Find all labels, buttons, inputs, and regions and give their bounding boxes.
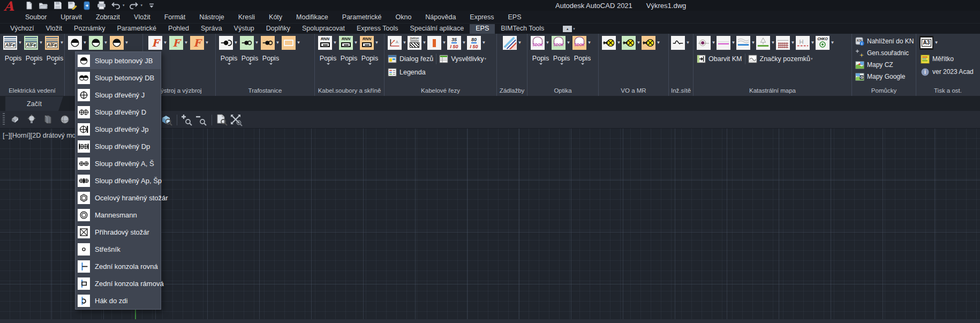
rez-bar-button[interactable]: ▼ <box>427 36 447 50</box>
dropdown-arrow-icon[interactable]: ▼ <box>545 36 551 50</box>
trafo-button-white[interactable]: ▼ <box>219 36 239 50</box>
dropdown-arrow-icon[interactable]: ▼ <box>296 36 301 50</box>
rnn-button-green[interactable]: RNN▼ <box>339 36 359 50</box>
mapy-google-button[interactable]: GMapy Google <box>854 71 915 82</box>
toolbar-drag-handle[interactable] <box>3 113 5 126</box>
tab-vystup[interactable]: Výstup <box>228 24 260 34</box>
menu-item-sloup-dreveny-ap-sp[interactable]: Sloup dřevěný Ap, Šp <box>76 172 161 189</box>
dropdown-arrow-icon[interactable]: ▼ <box>441 36 447 50</box>
menu-item-sloup-betonovy-jb[interactable]: Sloup betonový JB <box>76 52 161 69</box>
dropdown-arrow-icon[interactable]: ▼ <box>183 36 189 50</box>
dropdown-arrow-icon[interactable]: ▼ <box>685 36 691 50</box>
dropdown-arrow-icon[interactable]: ▼ <box>353 36 359 50</box>
alfe-line-button-orange[interactable]: AlFe▼ <box>45 36 65 50</box>
menu-eps[interactable]: EPS <box>501 13 529 21</box>
zoom-out-icon[interactable] <box>194 113 208 126</box>
mobile-app-icon[interactable] <box>81 1 92 10</box>
popis-button[interactable]: Popis <box>320 55 336 66</box>
obarvit-km-button[interactable]: Obarvit KM <box>697 53 742 65</box>
save-as-icon[interactable] <box>67 1 78 10</box>
zoom-previous-icon[interactable] <box>215 113 228 126</box>
tab-zacit[interactable]: Začít <box>5 96 63 111</box>
sdok-button-orange[interactable]: SDOK▼ <box>572 36 592 50</box>
tab-specialni-aplikace[interactable]: Speciální aplikace <box>404 24 470 34</box>
popis-button[interactable]: Popis <box>26 55 42 66</box>
popis-button[interactable]: Popis <box>221 55 237 66</box>
nahlizeni-kn-button[interactable]: KNiNahlížení do KN <box>854 35 915 47</box>
pole-button-orange[interactable]: ▼ <box>110 36 130 50</box>
menu-item-zedni-konzola-rovna[interactable]: Zední konzola rovná <box>76 258 161 275</box>
menu-vlozit[interactable]: Vložit <box>127 13 157 21</box>
legenda-button[interactable]: Legenda <box>388 66 426 78</box>
dialog-rezu-button[interactable]: Dialog řezů <box>388 53 433 65</box>
popis-button[interactable]: Popis <box>47 55 63 66</box>
menu-kresli[interactable]: Kresli <box>231 13 262 21</box>
km-vodstvo-button[interactable]: ▼ <box>736 36 756 50</box>
lamp-light-icon[interactable] <box>25 113 38 126</box>
zoom-extents-icon[interactable] <box>229 113 243 126</box>
dropdown-arrow-icon[interactable]: ▼ <box>730 36 736 50</box>
trafo-button-green[interactable]: ▼ <box>240 36 260 50</box>
dropdown-arrow-icon[interactable]: ▼ <box>204 36 210 50</box>
rnn-button-white[interactable]: RNN▼ <box>318 36 338 50</box>
popis-button[interactable]: Popis <box>242 55 258 66</box>
dropdown-arrow-icon[interactable]: ▼ <box>770 36 776 50</box>
dropdown-arrow-icon[interactable]: ▼ <box>517 36 523 50</box>
km-hranice-button[interactable]: ▼ <box>717 36 736 50</box>
menu-item-hak-do-zdi[interactable]: Hák do zdi <box>76 292 161 309</box>
zoom-object-icon[interactable] <box>160 113 173 126</box>
redo-dropdown-arrow[interactable]: ▾ <box>141 3 143 7</box>
dropdown-arrow-icon[interactable]: ▼ <box>254 36 260 50</box>
viewport-controls[interactable]: [−][Horní][2D drátový mo <box>3 132 76 139</box>
rnn-button-orange[interactable]: RNN▼ <box>360 36 380 50</box>
dropdown-arrow-icon[interactable]: ▼ <box>636 36 642 50</box>
zoom-in-icon[interactable] <box>180 113 193 126</box>
meritko-button[interactable]: Měřítko <box>919 53 978 65</box>
trafo-button-orange[interactable]: ▼ <box>261 36 281 50</box>
tab-bimtech-tools[interactable]: BIMTech Tools <box>495 24 550 34</box>
km-zelen-button[interactable]: ▼ <box>756 36 776 50</box>
menu-upravit[interactable]: Upravit <box>54 13 89 21</box>
dropdown-arrow-icon[interactable]: ▼ <box>275 36 281 50</box>
lamp-button-green[interactable]: ▼ <box>622 36 642 50</box>
dropdown-arrow-icon[interactable]: ▼ <box>124 36 130 50</box>
dropdown-arrow-icon[interactable]: ▼ <box>461 36 467 50</box>
trafo-area-button[interactable]: ▼ <box>282 36 301 50</box>
open-file-icon[interactable] <box>38 1 49 10</box>
dropdown-arrow-icon[interactable]: ▼ <box>481 36 487 50</box>
format-a3-button[interactable]: A3▼ <box>919 36 978 50</box>
ribbon-options-arrow[interactable]: ▾ <box>573 27 575 31</box>
dropdown-arrow-icon[interactable]: ▼ <box>402 36 408 50</box>
tab-parametricke[interactable]: Parametrické <box>111 24 162 34</box>
tab-poznamky[interactable]: Poznámky <box>68 24 111 34</box>
menu-item-sloup-dreveny-a-s[interactable]: Sloup dřevěný A, Š <box>76 155 161 172</box>
sdok-button-green[interactable]: SDOK▼ <box>552 36 571 50</box>
menu-item-sloup-dreveny-dp[interactable]: Sloup dřevěný Dp <box>76 138 161 155</box>
tab-express-tools[interactable]: Express Tools <box>351 24 404 34</box>
menu-item-prihradovy-stozar[interactable]: Příhradový stožár <box>76 223 161 241</box>
km-silnice-button[interactable]: H▼ <box>796 36 816 50</box>
redo-icon[interactable] <box>129 1 139 10</box>
znacky-pozemku-button[interactable]: Značky pozemků▾ <box>748 53 813 65</box>
km-bod-button[interactable]: ▼ <box>697 36 717 50</box>
rez-label-button[interactable]: A▼ <box>388 36 408 50</box>
dropdown-arrow-icon[interactable]: ▼ <box>332 36 338 50</box>
dropdown-arrow-icon[interactable]: ▼ <box>233 36 239 50</box>
alfe-line-button-white[interactable]: AlFe▼ <box>3 36 23 50</box>
ribbon-collapse-icon[interactable]: ▲ <box>563 26 572 32</box>
popis-button[interactable]: Popis <box>574 55 591 66</box>
tab-doplnky[interactable]: Doplňky <box>260 24 296 34</box>
dropdown-arrow-icon[interactable]: ▼ <box>711 36 717 50</box>
mapy-cz-button[interactable]: Mapy CZ <box>854 59 915 71</box>
popis-button[interactable]: Popis <box>5 55 21 66</box>
popis-button[interactable]: Popis <box>361 55 378 66</box>
menu-soubor[interactable]: Soubor <box>18 13 54 21</box>
dropdown-arrow-icon[interactable]: ▼ <box>82 36 88 50</box>
lamp-button-white[interactable]: ▼ <box>602 36 622 50</box>
popis-button[interactable]: Popis <box>553 55 570 66</box>
dropdown-arrow-icon[interactable]: ▼ <box>103 36 109 50</box>
vystroj-button-green[interactable]: F▼ <box>169 36 189 50</box>
menu-parametricke[interactable]: Parametrické <box>335 13 389 21</box>
rez-beton-button[interactable]: beton▼ <box>408 36 427 50</box>
plot-icon[interactable] <box>96 1 107 10</box>
